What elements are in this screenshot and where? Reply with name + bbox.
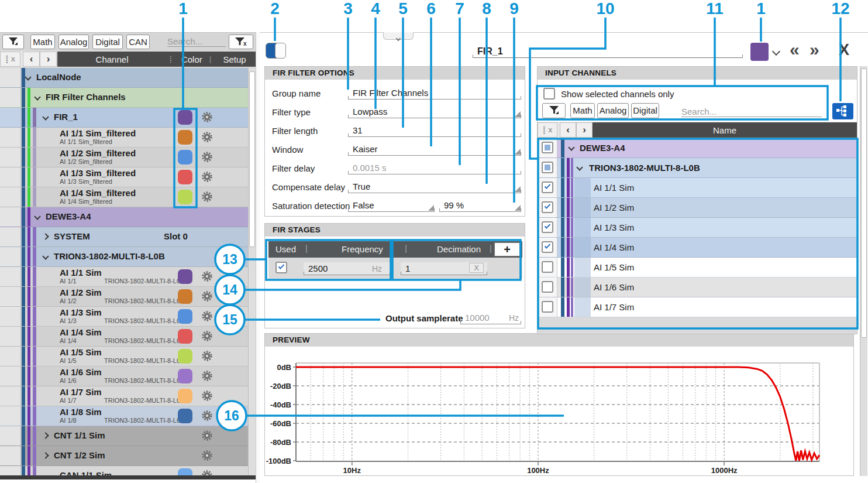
channel-checkbox[interactable] xyxy=(542,261,553,273)
stage-frequency-field[interactable]: 2500 Hz xyxy=(304,262,390,275)
remove-column-icon[interactable]: ⡇x xyxy=(538,122,557,138)
channel-name-field[interactable]: FIR_1 xyxy=(473,45,743,58)
column-prev-button[interactable]: ‹ xyxy=(560,122,576,138)
chevron-down-icon[interactable] xyxy=(42,253,49,259)
chevron-down-icon[interactable] xyxy=(568,144,574,150)
tree-group-row[interactable]: SYSTEMSlot 0 xyxy=(0,227,256,247)
filter-menu-button[interactable] xyxy=(2,35,24,49)
color-swatch[interactable] xyxy=(178,269,192,284)
field-saturation-detection[interactable]: False xyxy=(348,199,435,212)
column-header-color[interactable]: Color xyxy=(177,54,207,64)
channel-row[interactable]: AI 1/3 SimAI 1/3TRION3-1802-MULTI-8-L0B xyxy=(0,307,256,327)
channel-row[interactable]: AI 1/6 SimAI 1/6TRION3-1802-MULTI-8-L0B xyxy=(0,366,256,386)
search-input[interactable]: Search... xyxy=(167,36,226,47)
input-channel-row[interactable]: AI 1/5 Sim xyxy=(538,258,857,278)
show-selected-checkbox[interactable] xyxy=(543,88,555,100)
channel-checkbox[interactable] xyxy=(542,301,553,313)
filter-button-analog[interactable]: Analog xyxy=(597,103,629,118)
add-stage-button[interactable]: + xyxy=(494,242,520,256)
channel-row[interactable]: AI 1/4 SimAI 1/4TRION3-1802-MULTI-8-L0B xyxy=(0,327,256,347)
main-scrollbar[interactable] xyxy=(860,66,867,476)
channel-color-swatch-button[interactable] xyxy=(750,43,769,61)
channel-tree-view-button[interactable] xyxy=(832,103,853,119)
remove-stage-button[interactable]: X xyxy=(469,263,484,273)
chevron-right-icon[interactable] xyxy=(42,432,49,439)
color-swatch[interactable] xyxy=(178,309,192,324)
channel-checkbox[interactable] xyxy=(542,281,553,293)
prev-channel-button[interactable]: « xyxy=(790,40,800,60)
channel-row[interactable]: AI 1/5 SimAI 1/5TRION3-1802-MULTI-8-L0B xyxy=(0,347,256,366)
column-header-used[interactable]: Used xyxy=(275,244,296,254)
column-next-button[interactable]: › xyxy=(40,52,57,67)
channel-row[interactable]: AI 1/2 SimAI 1/2TRION3-1802-MULTI-8-L0B xyxy=(0,287,256,307)
field-group-name[interactable]: FIR Filter Channels xyxy=(348,87,521,100)
scrollbar-thumb[interactable] xyxy=(861,68,867,338)
filter-menu-button[interactable] xyxy=(542,103,566,118)
color-swatch[interactable] xyxy=(178,349,192,364)
gear-button[interactable] xyxy=(201,270,213,282)
color-swatch[interactable] xyxy=(178,190,192,204)
panel-splitter[interactable] xyxy=(256,32,260,483)
input-channel-row[interactable]: AI 1/4 Sim xyxy=(538,238,857,258)
field-filter-type[interactable]: Lowpass xyxy=(348,105,521,118)
chevron-down-icon[interactable] xyxy=(42,114,49,120)
color-swatch[interactable] xyxy=(178,369,192,383)
clear-filter-button[interactable]: x xyxy=(229,35,253,49)
channel-row[interactable]: AI 1/3 Sim_filteredAI 1/3 Sim_filtered xyxy=(0,167,256,187)
gear-button[interactable] xyxy=(201,430,213,441)
gear-button[interactable] xyxy=(201,191,213,203)
channel-row[interactable]: AI 1/7 SimAI 1/7TRION3-1802-MULTI-8-L0B xyxy=(0,386,256,406)
color-swatch[interactable] xyxy=(178,329,192,344)
gear-button[interactable] xyxy=(201,131,213,143)
filter-button-math[interactable]: Math xyxy=(570,103,595,118)
stage-decimation-field[interactable]: 1 X xyxy=(401,262,487,275)
column-header-frequency[interactable]: Frequency xyxy=(342,244,383,254)
tree-group-row[interactable]: FIR_1 xyxy=(0,108,256,128)
filter-button-math[interactable]: Math xyxy=(30,35,55,49)
gear-button[interactable] xyxy=(201,390,213,402)
color-swatch[interactable] xyxy=(178,150,192,165)
color-swatch[interactable] xyxy=(178,170,192,184)
filter-button-can[interactable]: CAN xyxy=(126,35,150,49)
input-channel-row[interactable]: TRION3-1802-MULTI-8-L0B xyxy=(538,158,857,178)
column-header-channel[interactable]: Channel xyxy=(57,54,167,64)
filter-button-analog[interactable]: Analog xyxy=(58,35,89,49)
channel-checkbox[interactable] xyxy=(542,201,553,213)
channel-row[interactable]: AI 1/1 Sim_filteredAI 1/1 Sim_filtered xyxy=(0,128,256,148)
tree-group-row[interactable]: TRION3-1802-MULTI-8-L0B xyxy=(0,247,256,267)
gear-button[interactable] xyxy=(201,410,213,422)
channel-checkbox[interactable] xyxy=(542,162,553,173)
gear-button[interactable] xyxy=(201,290,213,302)
channel-tree-scrollbar[interactable] xyxy=(248,68,256,479)
input-channel-row[interactable]: AI 1/2 Sim xyxy=(538,198,857,218)
input-channel-row[interactable]: AI 1/7 Sim xyxy=(538,297,857,317)
field-window[interactable]: Kaiser xyxy=(348,143,521,156)
remove-column-icon[interactable]: ⡇x xyxy=(0,52,20,67)
next-channel-button[interactable]: » xyxy=(810,40,819,60)
panel-collapse-handle[interactable] xyxy=(383,32,414,40)
channel-active-toggle[interactable] xyxy=(266,43,285,59)
chevron-right-icon[interactable] xyxy=(42,233,49,239)
column-header-name[interactable]: Name xyxy=(713,125,736,135)
close-button[interactable]: X xyxy=(839,41,849,59)
column-header-decimation[interactable]: Decimation xyxy=(437,244,481,254)
channel-checkbox[interactable] xyxy=(542,221,553,233)
tree-group-row[interactable]: CNT 1/1 Sim xyxy=(0,426,256,446)
gear-button[interactable] xyxy=(201,370,213,382)
field-filter-length[interactable]: 31 xyxy=(348,124,521,137)
chevron-down-icon[interactable] xyxy=(772,47,780,56)
color-swatch[interactable] xyxy=(178,409,192,423)
gear-button[interactable] xyxy=(201,151,213,163)
channel-row[interactable]: AI 1/1 SimAI 1/1TRION3-1802-MULTI-8-L0B xyxy=(0,267,256,287)
column-header-setup[interactable]: Setup xyxy=(213,54,256,64)
chevron-down-icon[interactable] xyxy=(34,94,40,100)
input-channel-row[interactable]: AI 1/1 Sim xyxy=(538,178,857,198)
channel-checkbox[interactable] xyxy=(542,181,553,193)
filter-button-digital[interactable]: Digital xyxy=(631,103,659,118)
channel-checkbox[interactable] xyxy=(542,142,553,153)
chevron-right-icon[interactable] xyxy=(42,452,49,458)
input-channel-row[interactable]: AI 1/6 Sim xyxy=(538,278,857,297)
chevron-down-icon[interactable] xyxy=(34,213,40,220)
column-next-button[interactable]: › xyxy=(576,122,593,138)
channel-row[interactable]: AI 1/8 SimAI 1/8TRION3-1802-MULTI-8-L0B xyxy=(0,406,256,426)
